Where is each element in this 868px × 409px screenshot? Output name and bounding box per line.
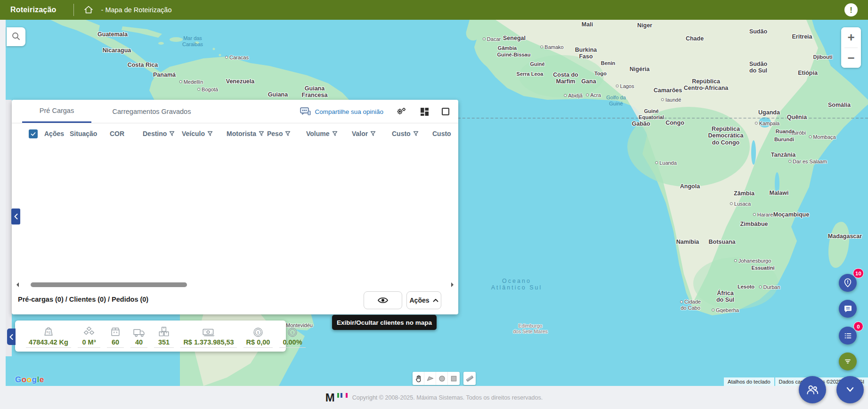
measure-tool[interactable] bbox=[463, 372, 476, 385]
truck-icon bbox=[133, 327, 146, 338]
fab-clients[interactable] bbox=[799, 376, 826, 403]
check-icon bbox=[30, 131, 36, 137]
stat-value: 351 bbox=[158, 338, 170, 346]
stat-value: 60 bbox=[112, 338, 119, 346]
rectangle-tool[interactable] bbox=[448, 372, 460, 385]
rectangle-icon bbox=[450, 375, 458, 383]
maxima-logo-bars bbox=[337, 393, 348, 403]
column-header-custo-2[interactable]: Custo bbox=[432, 123, 451, 144]
scroll-thumb[interactable] bbox=[31, 282, 187, 287]
expand-panel-button[interactable] bbox=[441, 107, 450, 116]
map-pin-alert-icon bbox=[843, 278, 853, 288]
table-body-empty bbox=[12, 144, 458, 279]
people-icon bbox=[805, 383, 819, 397]
eye-icon bbox=[377, 297, 389, 304]
banknote-icon bbox=[202, 327, 216, 338]
stat-weight: Kg 47843.42 Kg bbox=[26, 326, 71, 348]
feedback-label: Compartilhe sua opinião bbox=[315, 108, 383, 115]
svg-text:Kg: Kg bbox=[47, 330, 51, 334]
filter-icon[interactable] bbox=[169, 131, 175, 137]
show-hide-clients-button[interactable] bbox=[364, 291, 402, 309]
breadcrumb: - Mapa de Roteirização bbox=[101, 6, 172, 14]
filter-icon[interactable] bbox=[332, 131, 338, 137]
filter-lines-icon bbox=[843, 357, 852, 366]
app-root: GuatemalaMar das CaraibasNicaraguaCosta … bbox=[0, 0, 868, 409]
stat-total-value: R$ 1.373.985,53 bbox=[180, 326, 237, 348]
keyboard-shortcuts-link[interactable]: Atalhos do teclado bbox=[724, 377, 774, 386]
column-header-volume[interactable]: Volume bbox=[306, 123, 338, 144]
tab-pre-cargas[interactable]: Pré Cargas bbox=[22, 100, 91, 123]
fab-pin-badge: 10 bbox=[853, 268, 864, 278]
boxes-icon bbox=[158, 326, 170, 338]
hand-pan-tool[interactable] bbox=[413, 372, 424, 385]
column-header-veiculo[interactable]: Veículo bbox=[182, 123, 213, 144]
app-footer: M Copyright © 2008-2025. Máxima Sistemas… bbox=[0, 386, 868, 409]
panel-toolbar: Compartilhe sua opinião bbox=[300, 100, 450, 123]
column-header-peso[interactable]: Peso bbox=[267, 123, 291, 144]
column-header-acoes[interactable]: Ações bbox=[44, 123, 64, 144]
feedback-link[interactable]: Compartilhe sua opinião bbox=[300, 107, 383, 116]
actions-button[interactable]: Ações bbox=[406, 291, 441, 309]
fab-filter[interactable] bbox=[839, 353, 857, 370]
column-header-motorista[interactable]: Motorista bbox=[227, 123, 264, 144]
google-logo[interactable]: Google bbox=[15, 375, 44, 385]
layout-grid-button[interactable] bbox=[420, 107, 429, 116]
chat-icon bbox=[843, 304, 853, 314]
svg-text:$: $ bbox=[292, 330, 294, 335]
stat-volume: 0 M³ bbox=[78, 326, 100, 348]
tooltip-exibir-ocultar: Exibir/Ocultar clientes no mapa bbox=[332, 315, 437, 330]
panel-tabs-row: Pré Cargas Carregamentos Gravados Compar… bbox=[12, 100, 458, 123]
cubes-icon bbox=[83, 326, 95, 338]
column-header-situacao[interactable]: Situação bbox=[70, 123, 97, 144]
square-outline-icon bbox=[441, 107, 450, 116]
column-header-cor[interactable]: COR bbox=[110, 123, 124, 144]
fab-collapse-menu[interactable] bbox=[836, 376, 864, 403]
select-all-checkbox[interactable] bbox=[29, 123, 38, 144]
tab-carregamentos-gravados[interactable]: Carregamentos Gravados bbox=[105, 100, 199, 123]
bullet-list-icon bbox=[843, 331, 853, 341]
fab-chat[interactable] bbox=[839, 300, 857, 318]
column-header-custo[interactable]: Custo bbox=[392, 123, 419, 144]
stats-collapse-button[interactable] bbox=[7, 329, 16, 345]
filter-icon[interactable] bbox=[413, 131, 419, 137]
actions-button-label: Ações bbox=[409, 297, 429, 304]
home-icon[interactable] bbox=[83, 5, 94, 15]
polygon-icon bbox=[426, 375, 434, 383]
column-header-valor[interactable]: Valor bbox=[352, 123, 376, 144]
copyright-text: Copyright © 2008-2025. Máxima Sistemas. … bbox=[352, 394, 543, 401]
percent-coin-icon: $ bbox=[287, 327, 298, 338]
feedback-icon bbox=[300, 107, 311, 116]
filter-icon[interactable] bbox=[285, 131, 291, 137]
zoom-in-button[interactable]: + bbox=[841, 27, 861, 48]
panel-footer: Pré-cargas (0) / Clientes (0) / Pedidos … bbox=[12, 287, 458, 314]
panel-collapse-button[interactable] bbox=[11, 209, 20, 225]
stat-value: 0 M³ bbox=[82, 338, 96, 346]
filter-icon[interactable] bbox=[370, 131, 376, 137]
circle-tool[interactable] bbox=[436, 372, 448, 385]
column-header-destino[interactable]: Destino bbox=[143, 123, 175, 144]
package-icon bbox=[110, 327, 121, 338]
map-search-button[interactable] bbox=[7, 27, 25, 46]
alert-button[interactable]: ! bbox=[844, 3, 858, 16]
chevron-left-icon bbox=[9, 334, 13, 340]
filter-icon[interactable] bbox=[207, 131, 213, 137]
scroll-right-arrow[interactable] bbox=[451, 282, 454, 287]
settings-button[interactable] bbox=[396, 107, 407, 116]
chevron-down-icon bbox=[844, 386, 856, 393]
coin-icon: $ bbox=[252, 327, 264, 338]
scroll-left-arrow[interactable] bbox=[16, 282, 19, 287]
map-dashed-line bbox=[453, 118, 868, 119]
precargas-panel: Pré Cargas Carregamentos Gravados Compar… bbox=[12, 100, 458, 314]
zoom-out-button[interactable]: − bbox=[841, 48, 861, 68]
chevron-up-icon bbox=[433, 298, 438, 302]
stat-value: R$ 0,00 bbox=[246, 338, 270, 346]
stats-bar: Kg 47843.42 Kg 0 M³ 60 bbox=[15, 321, 286, 352]
scroll-track[interactable] bbox=[24, 282, 446, 287]
ruler-icon bbox=[465, 374, 474, 383]
weight-kg-icon: Kg bbox=[42, 326, 55, 338]
stat-value: 40 bbox=[135, 338, 143, 346]
stat-value: 47843.42 Kg bbox=[29, 338, 68, 346]
svg-text:$: $ bbox=[257, 330, 260, 335]
filter-icon[interactable] bbox=[259, 131, 264, 137]
polygon-tool[interactable] bbox=[424, 372, 436, 385]
